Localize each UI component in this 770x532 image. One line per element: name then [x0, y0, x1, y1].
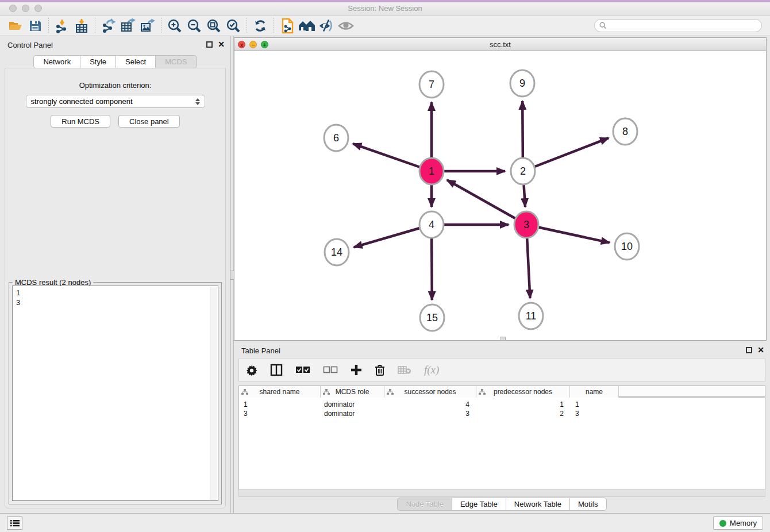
graph-node-label-10: 10 — [621, 241, 633, 252]
function-builder-icon[interactable]: f(x) — [424, 364, 439, 376]
graph-node-label-15: 15 — [426, 312, 438, 323]
mcds-result-textarea[interactable]: 1 3 — [12, 286, 218, 501]
table-row[interactable]: 3 dominator 3 2 3 — [239, 409, 765, 418]
close-table-panel-icon[interactable]: ✕ — [757, 347, 764, 353]
criterion-dropdown[interactable]: strongly connected component — [26, 95, 205, 108]
tab-edge-table[interactable]: Edge Table — [452, 498, 506, 511]
table-row[interactable]: 1 dominator 4 1 1 — [239, 400, 765, 409]
select-all-icon[interactable] — [295, 366, 310, 374]
memory-status-icon — [719, 520, 726, 527]
zoom-in-icon[interactable] — [165, 17, 184, 34]
memory-button[interactable]: Memory — [713, 516, 763, 530]
export-table-icon[interactable] — [118, 17, 138, 34]
cell-shared-name: 1 — [244, 400, 248, 409]
cell-successor-nodes: 4 — [384, 400, 469, 409]
horizontal-splitter-grip[interactable] — [500, 337, 506, 341]
float-table-panel-icon[interactable] — [746, 347, 752, 353]
zoom-selected-icon[interactable] — [224, 17, 243, 34]
close-panel-button[interactable]: Close panel — [118, 115, 180, 128]
graph-node-label-6: 6 — [333, 132, 339, 144]
toolbar-separator — [161, 18, 161, 34]
export-network-icon[interactable] — [99, 17, 118, 34]
tab-motifs[interactable]: Motifs — [569, 498, 607, 511]
zoom-out-icon[interactable] — [184, 17, 204, 34]
deselect-all-icon[interactable] — [323, 366, 338, 374]
delete-table-icon[interactable] — [398, 365, 411, 375]
toolbar-separator — [247, 18, 247, 34]
save-session-icon[interactable] — [25, 17, 45, 34]
mcds-result-group: MCDS result (2 nodes) 1 3 — [9, 282, 222, 504]
cell-name: 1 — [575, 400, 579, 409]
cell-predecessor-nodes: 1 — [476, 400, 564, 409]
cell-mcds-role: dominator — [324, 400, 355, 409]
tab-node-table[interactable]: Node Table — [397, 498, 452, 511]
open-session-icon[interactable] — [6, 17, 25, 34]
network-canvas[interactable]: 7968124314101511 — [234, 52, 766, 340]
control-panel: Control Panel ✕ Network Style Select MCD… — [0, 36, 230, 513]
graph-node-label-14: 14 — [331, 246, 342, 258]
cell-name: 3 — [575, 409, 579, 418]
table-panel-title: Table Panel — [241, 346, 280, 355]
status-bar: Memory — [0, 513, 770, 532]
col-header-mcds-role[interactable]: MCDS role — [321, 386, 384, 398]
criterion-dropdown-value: strongly connected component — [31, 97, 195, 106]
tree-icon — [323, 389, 330, 395]
table-panel: Table Panel ✕ — [234, 342, 770, 511]
cell-predecessor-nodes: 2 — [476, 409, 564, 418]
window-title: Session: New Session — [0, 4, 770, 13]
optimization-criterion-label: Optimization criterion: — [5, 81, 225, 90]
col-header-predecessor-nodes[interactable]: predecessor nodes — [476, 386, 570, 398]
col-header-shared-name[interactable]: shared name — [239, 386, 321, 398]
search-icon — [599, 22, 607, 29]
graph-node-label-4: 4 — [429, 219, 434, 230]
task-history-button[interactable] — [7, 516, 22, 530]
graph-edge-2-8[interactable] — [523, 138, 609, 171]
tree-icon — [241, 389, 248, 395]
control-panel-title: Control Panel — [7, 41, 53, 49]
table-footer-strip — [238, 490, 765, 497]
birds-eye-icon[interactable] — [297, 17, 317, 34]
list-icon — [10, 519, 20, 527]
titlebar: Session: New Session — [0, 2, 770, 16]
network-window-titlebar: x – + scc.txt — [234, 38, 766, 51]
search-input[interactable] — [610, 22, 757, 30]
main-toolbar — [0, 16, 770, 36]
graph-node-label-2: 2 — [520, 165, 526, 177]
run-mcds-button[interactable]: Run MCDS — [51, 115, 110, 128]
refresh-layout-icon[interactable] — [251, 17, 270, 34]
cell-shared-name: 3 — [244, 409, 248, 418]
zoom-fit-icon[interactable] — [204, 17, 224, 34]
import-network-icon[interactable] — [52, 17, 72, 34]
hide-details-icon[interactable] — [317, 17, 336, 34]
tab-select[interactable]: Select — [116, 55, 155, 68]
search-box — [594, 19, 762, 32]
tab-style[interactable]: Style — [80, 55, 116, 68]
memory-label: Memory — [730, 519, 757, 527]
col-header-name[interactable]: name — [570, 386, 619, 398]
show-column-icon[interactable] — [270, 364, 283, 376]
app-window: Session: New Session — [0, 0, 770, 532]
tab-mcds[interactable]: MCDS — [155, 55, 197, 68]
table-header-row: shared name MCDS role successor nodes — [239, 386, 765, 398]
col-header-successor-nodes[interactable]: successor nodes — [384, 386, 476, 398]
show-details-icon[interactable] — [336, 17, 356, 34]
import-table-icon[interactable] — [72, 17, 91, 34]
dropdown-stepper-icon — [195, 98, 200, 105]
add-column-icon[interactable] — [351, 364, 362, 376]
export-image-icon[interactable] — [138, 17, 157, 34]
main-area: Control Panel ✕ Network Style Select MCD… — [0, 36, 770, 513]
table-options-icon[interactable] — [246, 364, 257, 376]
result-scrollbar[interactable] — [210, 287, 217, 500]
tab-network[interactable]: Network — [33, 55, 80, 68]
graph-edge-3-1[interactable] — [447, 180, 526, 225]
network-window: x – + scc.txt 79681243141015 — [234, 37, 767, 341]
network-file-icon[interactable] — [278, 17, 297, 34]
graph-node-label-11: 11 — [526, 310, 537, 322]
tab-network-table[interactable]: Network Table — [506, 498, 569, 511]
close-panel-icon[interactable]: ✕ — [218, 41, 225, 48]
graph-node-label-7: 7 — [429, 79, 434, 90]
network-window-title: scc.txt — [234, 40, 766, 49]
float-panel-icon[interactable] — [206, 41, 213, 48]
graph-node-label-1: 1 — [429, 165, 434, 177]
delete-column-icon[interactable] — [375, 364, 385, 376]
